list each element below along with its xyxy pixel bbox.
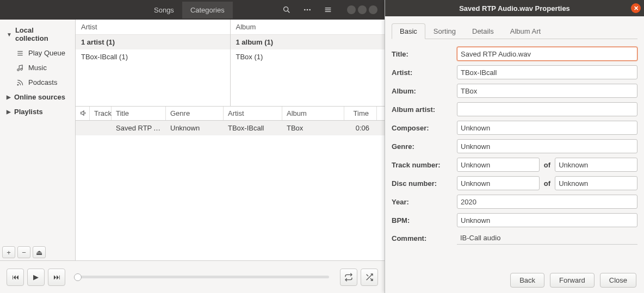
back-button[interactable]: Back [510, 273, 544, 288]
track-of-field[interactable] [555, 158, 637, 172]
sidebar-item-label: Play Queue [28, 49, 65, 57]
label-of: of [544, 161, 550, 169]
sidebar-section-label: Playlists [14, 108, 43, 116]
tab-songs[interactable]: Songs [146, 2, 182, 18]
svg-point-0 [284, 7, 288, 11]
label-album-artist: Album artist: [392, 105, 451, 114]
disc-number-field[interactable] [457, 176, 540, 190]
track-number-field[interactable] [457, 158, 540, 172]
browse-artist-row[interactable]: TBox-IBcall (1) [76, 49, 230, 64]
tab-details[interactable]: Details [464, 23, 502, 39]
sidebar-item-podcasts[interactable]: Podcasts [0, 75, 75, 90]
previous-button[interactable]: ⏮ [7, 269, 24, 286]
plus-icon: + [7, 248, 11, 257]
seek-slider[interactable] [76, 276, 329, 278]
track-header-title[interactable]: Title [112, 107, 166, 120]
minus-icon: − [22, 248, 26, 257]
maximize-icon[interactable] [358, 5, 367, 14]
sidebar-item-label: Podcasts [28, 78, 57, 86]
dialog-title: Saved RTP Audio.wav Properties [459, 4, 570, 13]
track-header-genre[interactable]: Genre [166, 107, 224, 120]
rss-icon [16, 79, 24, 86]
playback-bar: ⏮ ▶ ⏭ [0, 260, 385, 293]
bpm-field[interactable] [457, 213, 637, 227]
repeat-icon [344, 273, 353, 282]
label-comment: Comment: [392, 234, 451, 242]
track-header-track[interactable]: Track [90, 107, 112, 120]
dialog-form: Title: Artist: Album: Album artist: Comp… [392, 47, 637, 245]
label-genre: Genre: [392, 142, 451, 151]
tab-sorting[interactable]: Sorting [425, 23, 464, 39]
chevron-right-icon: ▶ [7, 94, 11, 100]
browse-album-summary[interactable]: 1 album (1) [231, 35, 385, 49]
browse-artist-summary[interactable]: 1 artist (1) [76, 35, 230, 49]
label-disc-number: Disc number: [392, 179, 451, 188]
play-button[interactable]: ▶ [27, 269, 45, 286]
sidebar-section-online[interactable]: ▶ Online sources [0, 90, 75, 104]
tab-basic[interactable]: Basic [392, 23, 425, 39]
artist-field[interactable] [457, 65, 637, 79]
track-cell-genre: Unknown [166, 121, 224, 135]
next-button[interactable]: ⏭ [48, 269, 65, 286]
track-header-artist[interactable]: Artist [224, 107, 282, 120]
svg-line-1 [288, 11, 289, 13]
disc-of-field[interactable] [555, 176, 637, 190]
track-header-row: Track Title Genre Artist Album Time [76, 107, 385, 121]
dialog-footer: Back Forward Close [385, 267, 644, 293]
speaker-icon [80, 109, 88, 117]
minimize-icon[interactable] [347, 5, 356, 14]
label-album: Album: [392, 87, 451, 95]
track-header-time[interactable]: Time [344, 107, 377, 120]
track-cell-time: 0:06 [344, 121, 377, 135]
more-icon[interactable] [298, 2, 317, 17]
track-header-album[interactable]: Album [282, 107, 344, 120]
album-field[interactable] [457, 84, 637, 98]
label-of: of [544, 179, 550, 188]
sidebar-section-local[interactable]: ▼ Local collection [0, 23, 75, 46]
skip-back-icon: ⏮ [12, 273, 19, 281]
forward-button[interactable]: Forward [550, 273, 595, 288]
label-year: Year: [392, 198, 451, 206]
label-composer: Composer: [392, 124, 451, 132]
svg-point-11 [17, 68, 20, 71]
sidebar-section-label: Local collection [15, 26, 69, 42]
track-cell-artist: TBox-IBcall [224, 121, 282, 135]
label-title: Title: [392, 50, 451, 58]
comment-field[interactable] [457, 232, 637, 245]
sidebar-section-playlists[interactable]: ▶ Playlists [0, 104, 75, 119]
sidebar-item-play-queue[interactable]: Play Queue [0, 46, 75, 60]
repeat-button[interactable] [340, 269, 357, 286]
tab-album-art[interactable]: Album Art [502, 23, 549, 39]
track-cell-album: TBox [282, 121, 344, 135]
add-button[interactable]: + [2, 246, 15, 258]
search-icon[interactable] [277, 2, 296, 17]
menu-icon[interactable] [319, 2, 337, 17]
tab-categories[interactable]: Categories [182, 2, 233, 18]
year-field[interactable] [457, 195, 637, 209]
sidebar-item-music[interactable]: Music [0, 60, 75, 75]
close-icon[interactable] [369, 5, 377, 14]
shuffle-button[interactable] [361, 269, 378, 286]
track-cell-title: Saved RTP Au… [112, 121, 166, 135]
svg-point-12 [21, 68, 23, 70]
dialog-titlebar[interactable]: Saved RTP Audio.wav Properties ✕ [385, 0, 644, 16]
composer-field[interactable] [457, 121, 637, 135]
close-icon: ✕ [634, 5, 639, 12]
browse-album-row[interactable]: TBox (1) [231, 49, 385, 64]
genre-field[interactable] [457, 139, 637, 153]
eject-button[interactable]: ⏏ [33, 246, 46, 258]
remove-button[interactable]: − [17, 246, 30, 258]
track-header-playing[interactable] [76, 107, 90, 120]
close-button[interactable]: Close [600, 273, 636, 288]
slider-thumb[interactable] [74, 273, 82, 281]
browse-album-header[interactable]: Album [231, 20, 385, 35]
browse-artist-header[interactable]: Artist [76, 20, 230, 35]
browse-album-column: Album 1 album (1) TBox (1) [231, 20, 385, 106]
sidebar-section-label: Online sources [14, 93, 65, 101]
table-row[interactable]: Saved RTP Au… Unknown TBox-IBcall TBox 0… [76, 121, 385, 135]
dialog-close-button[interactable]: ✕ [631, 3, 641, 13]
label-track-number: Track number: [392, 161, 451, 169]
title-field[interactable] [457, 47, 637, 61]
label-artist: Artist: [392, 68, 451, 77]
album-artist-field[interactable] [457, 102, 637, 116]
